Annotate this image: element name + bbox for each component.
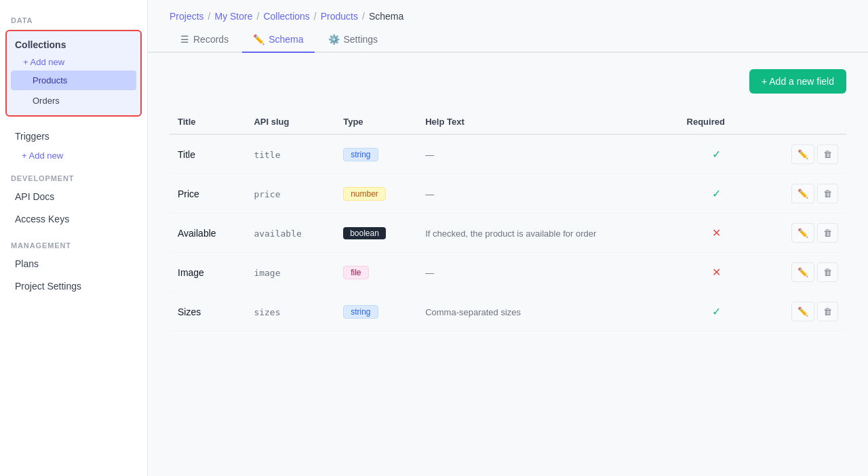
breadcrumb-products[interactable]: Products [321,11,358,22]
sidebar-section-data: DATA Collections + Add new Products Orde… [0,11,147,119]
content-header: + Add a new field [170,69,846,94]
field-actions: ✏️ 🗑 [763,223,838,243]
field-slug: sizes [254,307,280,317]
tab-records[interactable]: ☰ Records [170,27,239,53]
delete-field-button[interactable]: 🗑 [817,262,838,282]
col-header-help-text: Help Text [417,110,678,134]
sidebar-item-orders[interactable]: Orders [11,91,136,111]
sidebar-item-plans[interactable]: Plans [4,253,143,275]
sidebar-add-new-collection[interactable]: + Add new [7,54,140,70]
field-type-badge: number [343,187,386,201]
breadcrumb-sep-2: / [256,11,259,22]
required-cross-icon: ✕ [712,227,721,239]
field-actions: ✏️ 🗑 [763,302,838,321]
table-row: Title title string — ✓ ✏️ 🗑 [170,134,846,174]
breadcrumb-collections[interactable]: Collections [263,11,309,22]
field-type-badge: file [343,266,368,279]
field-title: Sizes [178,306,201,317]
required-check-icon: ✓ [712,188,721,199]
field-actions: ✏️ 🗑 [763,184,838,203]
content-area: + Add a new field Title API slug Type He… [148,53,868,476]
sidebar: DATA Collections + Add new Products Orde… [0,0,148,476]
breadcrumb-schema: Schema [369,11,403,22]
delete-field-button[interactable]: 🗑 [817,144,838,164]
edit-field-button[interactable]: ✏️ [791,223,814,243]
sidebar-item-triggers[interactable]: Triggers [4,125,143,147]
sidebar-item-access-keys[interactable]: Access Keys [4,208,143,230]
delete-field-button[interactable]: 🗑 [817,184,838,203]
field-slug: image [254,268,280,278]
table-row: Image image file — ✕ ✏️ 🗑 [170,253,846,292]
tab-settings[interactable]: ⚙️ Settings [317,27,389,53]
sidebar-section-label-mgmt: MANAGEMENT [0,236,147,252]
field-help-text: Comma-separated sizes [425,307,521,317]
table-row: Price price number — ✓ ✏️ 🗑 [170,174,846,214]
breadcrumb-projects[interactable]: Projects [170,11,204,22]
sidebar-item-products[interactable]: Products [11,71,136,90]
field-actions: ✏️ 🗑 [763,262,838,282]
required-cross-icon: ✕ [712,266,721,278]
breadcrumb-sep-4: / [362,11,365,22]
sidebar-item-api-docs[interactable]: API Docs [4,186,143,207]
field-title: Title [178,149,195,160]
delete-field-button[interactable]: 🗑 [817,302,838,321]
edit-field-button[interactable]: ✏️ [791,144,814,164]
field-title: Price [178,189,199,199]
edit-field-button[interactable]: ✏️ [791,262,814,282]
table-row: Available available boolean If checked, … [170,214,846,253]
field-help-text: — [425,268,434,278]
delete-field-button[interactable]: 🗑 [817,223,838,243]
field-type-badge: string [343,305,378,319]
tabs: ☰ Records ✏️ Schema ⚙️ Settings [148,27,868,53]
main-content: Projects / My Store / Collections / Prod… [148,0,868,476]
col-header-title: Title [170,110,245,134]
sidebar-section-triggers: Triggers + Add new [0,125,147,163]
field-help-text: — [425,189,434,199]
field-actions: ✏️ 🗑 [763,144,838,164]
col-header-actions [755,110,846,134]
breadcrumb-sep-1: / [208,11,211,22]
field-slug: price [254,189,280,199]
records-icon: ☰ [180,34,189,45]
add-field-button[interactable]: + Add a new field [749,69,846,94]
sidebar-section-label-dev: DEVELOPMENT [0,169,147,185]
breadcrumb-my-store[interactable]: My Store [214,11,252,22]
sidebar-item-project-settings[interactable]: Project Settings [4,275,143,297]
field-required-cell: ✕ [679,214,755,253]
col-header-api-slug: API slug [245,110,335,134]
schema-table: Title API slug Type Help Text Required T… [170,110,846,332]
sidebar-collections-title[interactable]: Collections [7,35,140,54]
schema-icon: ✏️ [253,34,264,45]
field-slug: available [254,229,301,239]
table-row: Sizes sizes string Comma-separated sizes… [170,292,846,332]
tab-schema[interactable]: ✏️ Schema [242,27,314,53]
field-type-badge: boolean [343,227,386,239]
sidebar-collections-box: Collections + Add new Products Orders [5,30,142,117]
field-title: Image [178,267,204,278]
sidebar-add-new-trigger[interactable]: + Add new [0,148,147,163]
field-slug: title [254,150,280,160]
field-required-cell: ✓ [679,134,755,174]
required-check-icon: ✓ [712,148,721,160]
sidebar-section-label-data: DATA [0,11,147,27]
breadcrumb-sep-3: / [314,11,317,22]
settings-icon: ⚙️ [328,34,340,45]
breadcrumb: Projects / My Store / Collections / Prod… [148,0,868,27]
field-required-cell: ✕ [679,253,755,292]
field-help-text: — [425,150,434,160]
sidebar-section-development: DEVELOPMENT API Docs Access Keys [0,169,147,231]
field-required-cell: ✓ [679,174,755,214]
field-help-text: If checked, the product is available for… [425,229,596,239]
col-header-required: Required [679,110,755,134]
field-type-badge: string [343,148,378,161]
field-required-cell: ✓ [679,292,755,332]
field-title: Available [178,228,216,239]
edit-field-button[interactable]: ✏️ [791,184,814,203]
sidebar-section-management: MANAGEMENT Plans Project Settings [0,236,147,298]
col-header-type: Type [335,110,417,134]
edit-field-button[interactable]: ✏️ [791,302,814,321]
required-check-icon: ✓ [712,306,721,317]
